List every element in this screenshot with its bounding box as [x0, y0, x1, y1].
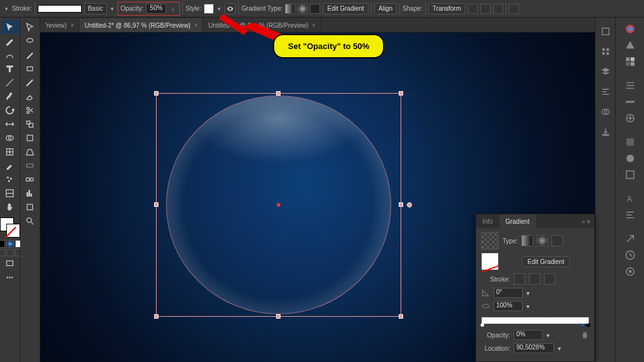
gradient-stroke-thumb[interactable] [481, 253, 499, 270]
paragraph-panel-icon[interactable] [621, 207, 640, 222]
pathfinder-panel-icon[interactable] [598, 104, 613, 119]
chevron-right-icon[interactable]: › [169, 4, 177, 14]
gradient-freeform-button[interactable] [310, 4, 320, 14]
scissors-tool[interactable] [21, 103, 39, 117]
hand-tool[interactable] [1, 200, 19, 214]
paintbrush-tool[interactable] [1, 89, 19, 103]
isolate-icon[interactable] [509, 4, 519, 14]
chevron-down-icon[interactable]: ▾ [526, 290, 530, 297]
gradient-handle[interactable] [407, 202, 412, 207]
color-guide-icon[interactable] [621, 38, 640, 53]
stroke-preview[interactable] [38, 5, 82, 13]
gradient-linear-button[interactable] [285, 4, 295, 14]
stop-location-input[interactable]: 90,5028% [514, 343, 554, 353]
stroke-panel-icon[interactable] [621, 94, 640, 109]
document-tab[interactable]: Untitled-2* @ 86,97 % (RGB/Preview) × [79, 18, 203, 32]
resize-handle[interactable] [154, 91, 158, 96]
edit-gradient-button[interactable]: Edit Gradient [323, 3, 368, 14]
gradient-stop[interactable] [586, 322, 591, 327]
resize-handle[interactable] [154, 314, 158, 319]
fill-stroke-swatches[interactable] [0, 216, 21, 239]
extra-option-icon[interactable] [493, 4, 503, 14]
transform-button[interactable]: Transform [428, 3, 465, 14]
gradient-panel[interactable]: Info Gradient » ≡ Type: Edit Gradient St… [475, 214, 595, 362]
document-tab[interactable]: Untitled-3* @ 6… % (RGB/Preview) × [203, 18, 321, 32]
shape-builder-tool[interactable] [1, 131, 19, 145]
stroke-apply-within[interactable] [514, 273, 525, 285]
chevron-down-icon[interactable]: ▾ [109, 6, 115, 12]
chevron-down-icon[interactable]: ▾ [526, 303, 530, 310]
stroke-style-dropdown[interactable]: Basic [84, 3, 107, 14]
align-panel-icon[interactable] [598, 84, 613, 99]
character-panel-icon[interactable]: A [621, 191, 640, 206]
scale-tool[interactable] [21, 117, 39, 131]
symbols-panel-icon[interactable] [621, 111, 640, 126]
panel-tab-gradient[interactable]: Gradient [499, 214, 536, 228]
gradient-type-freeform[interactable] [552, 235, 563, 246]
selection-bounding-box[interactable] [156, 93, 401, 317]
column-graph-tool[interactable] [21, 186, 39, 200]
chevron-down-icon[interactable]: ▾ [216, 6, 222, 12]
type-tool[interactable] [1, 62, 19, 75]
panel-tab-info[interactable]: Info [476, 214, 499, 228]
draw-normal[interactable] [0, 249, 5, 256]
gradient-stop[interactable] [480, 322, 485, 327]
gradient-stop[interactable] [580, 322, 585, 327]
pen-tool[interactable] [21, 48, 39, 62]
stroke-apply-across[interactable] [544, 273, 555, 285]
chevron-down-icon[interactable]: ▾ [4, 6, 9, 12]
panel-collapse-icon[interactable]: » ≡ [578, 218, 594, 225]
line-tool[interactable] [1, 75, 19, 89]
color-mode-gradient[interactable] [6, 240, 14, 248]
free-transform-tool[interactable] [21, 131, 39, 145]
direct-selection-tool[interactable] [21, 20, 39, 34]
edit-gradient-button[interactable]: Edit Gradient [522, 256, 570, 267]
screen-mode-button[interactable] [1, 256, 19, 270]
stroke-apply-along[interactable] [529, 273, 540, 285]
delete-stop-icon[interactable] [580, 331, 589, 339]
resize-handle[interactable] [399, 202, 403, 207]
lasso-tool[interactable] [21, 34, 39, 48]
eyedropper-tool[interactable] [1, 158, 19, 172]
visibility-toggle[interactable] [225, 3, 236, 14]
stop-opacity-input[interactable]: 0% [514, 330, 543, 340]
perspective-grid-tool[interactable] [21, 145, 39, 158]
edit-toolbar-button[interactable] [1, 270, 19, 284]
properties-panel-icon[interactable] [598, 24, 613, 39]
symbol-sprayer-tool[interactable] [1, 172, 19, 186]
resize-handle[interactable] [399, 91, 403, 96]
chevron-down-icon[interactable]: ▾ [558, 345, 561, 352]
close-icon[interactable]: × [312, 22, 315, 28]
pencil-tool[interactable] [21, 75, 39, 89]
libraries-panel-icon[interactable] [598, 44, 613, 59]
layers-panel-icon[interactable] [598, 64, 613, 79]
blend-tool[interactable] [21, 172, 39, 186]
gradient-slider[interactable] [481, 317, 589, 324]
transparency-panel-icon[interactable] [621, 134, 640, 150]
rectangle-tool[interactable] [21, 62, 39, 75]
slice-tool[interactable] [1, 186, 19, 200]
draw-behind[interactable] [6, 249, 14, 256]
style-swatch[interactable] [204, 4, 214, 14]
curvature-tool[interactable] [1, 48, 19, 62]
gradient-tool[interactable] [21, 158, 39, 172]
gradient-type-radial[interactable] [536, 235, 548, 246]
appearance-panel-icon[interactable] [621, 151, 640, 166]
width-tool[interactable] [1, 117, 19, 131]
history-panel-icon[interactable] [621, 248, 640, 263]
artboard-tool[interactable] [21, 200, 39, 214]
eraser-tool[interactable] [21, 89, 39, 103]
graphic-styles-icon[interactable] [621, 167, 640, 182]
extra-option-icon[interactable] [480, 4, 491, 14]
resize-handle[interactable] [399, 314, 403, 319]
resize-handle[interactable] [276, 91, 280, 96]
opacity-input[interactable]: 50% [146, 4, 166, 14]
mesh-tool[interactable] [1, 145, 19, 158]
export-panel-icon[interactable] [598, 124, 613, 140]
gradient-type-linear[interactable] [521, 235, 533, 246]
selection-tool[interactable] [1, 20, 19, 34]
rotate-tool[interactable] [1, 103, 19, 117]
swatches-panel-icon[interactable] [621, 54, 640, 69]
color-mode-solid[interactable] [0, 240, 5, 248]
gradient-radial-button[interactable] [297, 4, 308, 14]
